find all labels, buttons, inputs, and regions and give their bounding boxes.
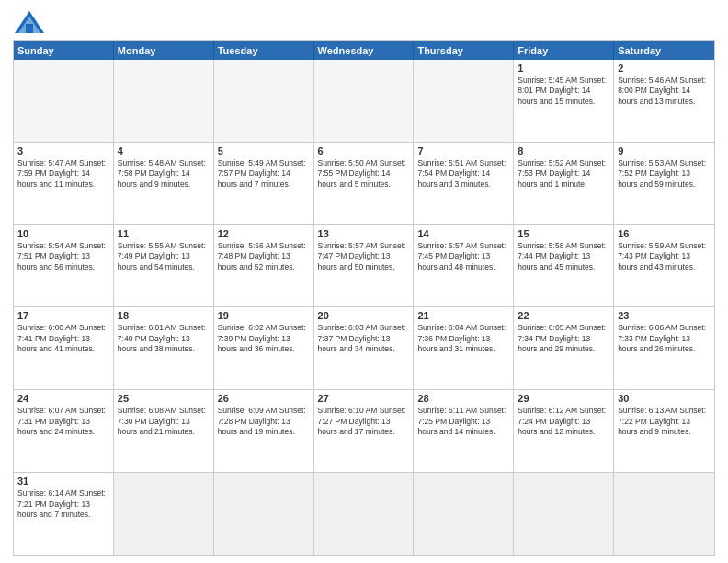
calendar-cell: 18Sunrise: 6:01 AM Sunset: 7:40 PM Dayli… (114, 307, 214, 389)
calendar-cell (214, 473, 314, 555)
calendar-cell: 31Sunrise: 6:14 AM Sunset: 7:21 PM Dayli… (14, 473, 114, 555)
calendar-cell: 1Sunrise: 5:45 AM Sunset: 8:01 PM Daylig… (514, 60, 614, 142)
day-number: 2 (618, 63, 711, 74)
day-info: Sunrise: 5:54 AM Sunset: 7:51 PM Dayligh… (17, 241, 109, 272)
day-info: Sunrise: 6:05 AM Sunset: 7:34 PM Dayligh… (518, 323, 609, 354)
calendar-cell (614, 473, 714, 555)
day-info: Sunrise: 6:04 AM Sunset: 7:36 PM Dayligh… (417, 323, 509, 354)
calendar-row-2: 10Sunrise: 5:54 AM Sunset: 7:51 PM Dayli… (14, 224, 714, 307)
day-info: Sunrise: 6:03 AM Sunset: 7:37 PM Dayligh… (318, 323, 410, 354)
day-info: Sunrise: 5:58 AM Sunset: 7:44 PM Dayligh… (518, 241, 609, 272)
day-number: 6 (318, 145, 410, 156)
weekday-header-tuesday: Tuesday (214, 41, 314, 60)
calendar-cell (214, 60, 314, 142)
calendar-cell (114, 473, 214, 555)
header (13, 9, 715, 35)
calendar-cell: 17Sunrise: 6:00 AM Sunset: 7:41 PM Dayli… (14, 307, 114, 389)
day-number: 11 (118, 228, 210, 239)
day-number: 10 (17, 228, 109, 239)
calendar-cell (314, 60, 415, 142)
weekday-header-thursday: Thursday (414, 41, 514, 60)
svg-rect-2 (26, 24, 33, 33)
calendar-cell: 30Sunrise: 6:13 AM Sunset: 7:22 PM Dayli… (614, 390, 714, 472)
calendar-cell: 29Sunrise: 6:12 AM Sunset: 7:24 PM Dayli… (514, 390, 614, 472)
day-info: Sunrise: 5:50 AM Sunset: 7:55 PM Dayligh… (318, 158, 410, 190)
calendar-row-1: 3Sunrise: 5:47 AM Sunset: 7:59 PM Daylig… (14, 142, 714, 224)
weekday-header-monday: Monday (114, 41, 214, 60)
calendar-cell: 8Sunrise: 5:52 AM Sunset: 7:53 PM Daylig… (514, 143, 614, 224)
day-number: 18 (118, 310, 210, 321)
calendar-cell: 14Sunrise: 5:57 AM Sunset: 7:45 PM Dayli… (414, 225, 514, 307)
weekday-header-friday: Friday (514, 41, 614, 60)
calendar-cell: 28Sunrise: 6:11 AM Sunset: 7:25 PM Dayli… (414, 390, 514, 472)
day-info: Sunrise: 5:49 AM Sunset: 7:57 PM Dayligh… (218, 158, 310, 190)
calendar-cell: 20Sunrise: 6:03 AM Sunset: 7:37 PM Dayli… (314, 307, 415, 389)
calendar-cell (414, 473, 514, 555)
day-info: Sunrise: 6:07 AM Sunset: 7:31 PM Dayligh… (17, 406, 109, 437)
day-number: 29 (518, 393, 609, 404)
day-info: Sunrise: 6:00 AM Sunset: 7:41 PM Dayligh… (17, 323, 109, 354)
day-info: Sunrise: 5:56 AM Sunset: 7:48 PM Dayligh… (218, 241, 310, 272)
day-number: 15 (518, 228, 609, 239)
day-number: 9 (618, 145, 711, 156)
day-info: Sunrise: 6:08 AM Sunset: 7:30 PM Dayligh… (118, 406, 210, 437)
calendar-cell: 27Sunrise: 6:10 AM Sunset: 7:27 PM Dayli… (314, 390, 415, 472)
day-number: 4 (118, 145, 210, 156)
calendar-cell: 16Sunrise: 5:59 AM Sunset: 7:43 PM Dayli… (614, 225, 714, 307)
day-number: 1 (518, 63, 609, 74)
day-number: 30 (618, 393, 711, 404)
day-info: Sunrise: 5:52 AM Sunset: 7:53 PM Dayligh… (518, 158, 609, 190)
day-info: Sunrise: 6:09 AM Sunset: 7:28 PM Dayligh… (218, 406, 310, 437)
calendar-cell: 23Sunrise: 6:06 AM Sunset: 7:33 PM Dayli… (614, 307, 714, 389)
calendar-cell: 15Sunrise: 5:58 AM Sunset: 7:44 PM Dayli… (514, 225, 614, 307)
calendar-cell: 22Sunrise: 6:05 AM Sunset: 7:34 PM Dayli… (514, 307, 614, 389)
calendar-cell: 24Sunrise: 6:07 AM Sunset: 7:31 PM Dayli… (14, 390, 114, 472)
day-number: 8 (518, 145, 609, 156)
calendar-cell: 19Sunrise: 6:02 AM Sunset: 7:39 PM Dayli… (214, 307, 314, 389)
day-info: Sunrise: 5:59 AM Sunset: 7:43 PM Dayligh… (618, 241, 711, 272)
calendar-cell: 3Sunrise: 5:47 AM Sunset: 7:59 PM Daylig… (14, 143, 114, 224)
day-info: Sunrise: 6:02 AM Sunset: 7:39 PM Dayligh… (218, 323, 310, 354)
logo-icon (13, 9, 46, 35)
calendar-row-3: 17Sunrise: 6:00 AM Sunset: 7:41 PM Dayli… (14, 306, 714, 389)
day-number: 14 (417, 228, 509, 239)
weekday-header-saturday: Saturday (614, 41, 714, 60)
day-number: 16 (618, 228, 711, 239)
calendar: SundayMondayTuesdayWednesdayThursdayFrid… (13, 40, 715, 556)
calendar-cell: 7Sunrise: 5:51 AM Sunset: 7:54 PM Daylig… (414, 143, 514, 224)
logo (13, 9, 50, 35)
calendar-cell (514, 473, 614, 555)
calendar-cell: 13Sunrise: 5:57 AM Sunset: 7:47 PM Dayli… (314, 225, 415, 307)
day-info: Sunrise: 5:47 AM Sunset: 7:59 PM Dayligh… (17, 158, 109, 190)
calendar-cell: 11Sunrise: 5:55 AM Sunset: 7:49 PM Dayli… (114, 225, 214, 307)
day-number: 17 (17, 310, 109, 321)
day-number: 31 (17, 476, 109, 487)
calendar-row-5: 31Sunrise: 6:14 AM Sunset: 7:21 PM Dayli… (14, 472, 714, 555)
day-number: 20 (318, 310, 410, 321)
day-info: Sunrise: 6:06 AM Sunset: 7:33 PM Dayligh… (618, 323, 711, 354)
day-number: 25 (118, 393, 210, 404)
day-info: Sunrise: 5:57 AM Sunset: 7:45 PM Dayligh… (417, 241, 509, 272)
page: SundayMondayTuesdayWednesdayThursdayFrid… (0, 0, 728, 563)
day-info: Sunrise: 6:10 AM Sunset: 7:27 PM Dayligh… (318, 406, 410, 437)
calendar-cell: 6Sunrise: 5:50 AM Sunset: 7:55 PM Daylig… (314, 143, 415, 224)
weekday-header-wednesday: Wednesday (314, 41, 415, 60)
day-number: 13 (318, 228, 410, 239)
calendar-cell: 26Sunrise: 6:09 AM Sunset: 7:28 PM Dayli… (214, 390, 314, 472)
calendar-row-0: 1Sunrise: 5:45 AM Sunset: 8:01 PM Daylig… (14, 60, 714, 142)
day-info: Sunrise: 5:53 AM Sunset: 7:52 PM Dayligh… (618, 158, 711, 190)
calendar-cell: 21Sunrise: 6:04 AM Sunset: 7:36 PM Dayli… (414, 307, 514, 389)
day-number: 23 (618, 310, 711, 321)
day-number: 19 (218, 310, 310, 321)
day-number: 26 (218, 393, 310, 404)
day-info: Sunrise: 5:48 AM Sunset: 7:58 PM Dayligh… (118, 158, 210, 190)
calendar-header: SundayMondayTuesdayWednesdayThursdayFrid… (14, 41, 714, 60)
weekday-header-sunday: Sunday (14, 41, 114, 60)
calendar-cell: 5Sunrise: 5:49 AM Sunset: 7:57 PM Daylig… (214, 143, 314, 224)
calendar-cell (114, 60, 214, 142)
calendar-cell (14, 60, 114, 142)
day-info: Sunrise: 6:12 AM Sunset: 7:24 PM Dayligh… (518, 406, 609, 437)
calendar-cell: 2Sunrise: 5:46 AM Sunset: 8:00 PM Daylig… (614, 60, 714, 142)
day-info: Sunrise: 6:13 AM Sunset: 7:22 PM Dayligh… (618, 406, 711, 437)
day-number: 28 (417, 393, 509, 404)
